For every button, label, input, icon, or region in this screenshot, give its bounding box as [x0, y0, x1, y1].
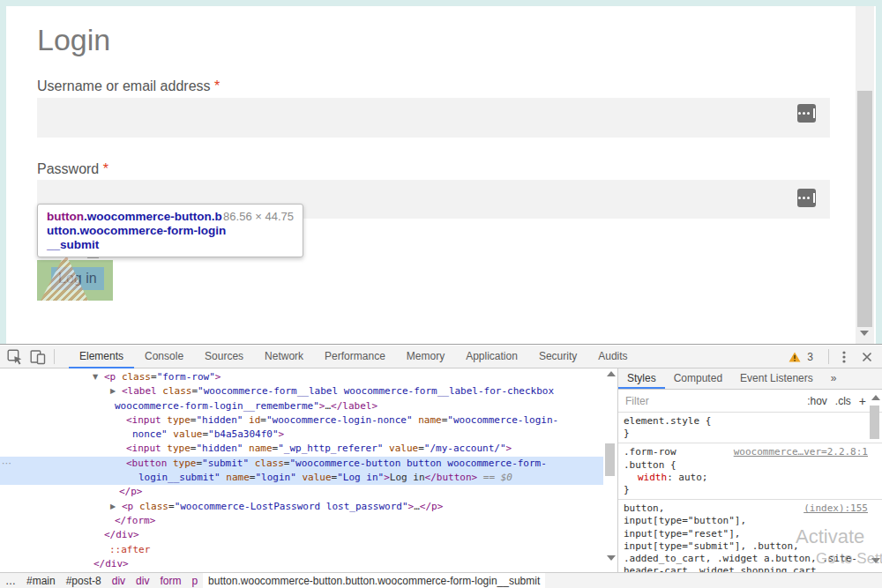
- css-selector-line[interactable]: .button {: [624, 459, 866, 472]
- devtools-tab-bar: ElementsConsoleSourcesNetworkPerformance…: [69, 346, 639, 368]
- css-property[interactable]: width: auto;: [624, 472, 866, 484]
- devtools-tab-network[interactable]: Network: [254, 346, 314, 368]
- code-token: type: [167, 443, 191, 454]
- code-token: "/my-account/": [424, 443, 506, 454]
- page-frame-right: [876, 0, 882, 391]
- devtools-tab-audits[interactable]: Audits: [587, 346, 638, 368]
- code-line[interactable]: nonce" value="b4a5a304f0">: [0, 428, 603, 442]
- expand-arrow-icon[interactable]: ▶: [110, 384, 116, 398]
- code-line[interactable]: </div>: [0, 557, 603, 571]
- code-token: name: [226, 472, 250, 483]
- breadcrumb-item[interactable]: div: [131, 573, 154, 588]
- elements-scroll-down-icon[interactable]: [607, 555, 616, 561]
- code-line[interactable]: woocommerce-form-login__rememberme">…</l…: [0, 399, 603, 413]
- devtools-tab-performance[interactable]: Performance: [314, 346, 396, 368]
- password-manager-autofill-icon[interactable]: [797, 189, 816, 207]
- elements-scroll-up-icon[interactable]: [607, 371, 616, 376]
- breadcrumb-item[interactable]: button.woocommerce-button.button.woocomm…: [203, 573, 545, 588]
- styles-tab-styles[interactable]: Styles: [618, 368, 665, 389]
- page-scroll-down-icon[interactable]: [860, 331, 869, 336]
- code-token: <button: [126, 458, 173, 469]
- stylesheet-source-link[interactable]: woocommerce…ver=2.2.8:1: [734, 446, 868, 458]
- styles-tab-computed[interactable]: Computed: [665, 368, 731, 389]
- code-token: =: [151, 371, 157, 383]
- code-line[interactable]: ▶<p class="woocommerce-LostPassword lost…: [0, 500, 603, 514]
- username-input[interactable]: [37, 98, 830, 138]
- devtools-tab-elements[interactable]: Elements: [69, 346, 134, 368]
- warning-icon[interactable]: [785, 347, 804, 367]
- css-selector-line[interactable]: }: [624, 428, 866, 440]
- code-token: <p: [104, 371, 122, 383]
- device-toolbar-icon[interactable]: [30, 349, 46, 365]
- code-token: "hidden": [196, 414, 243, 426]
- code-line[interactable]: login__submit" name="login" value="Log i…: [0, 471, 603, 485]
- breadcrumb-item[interactable]: p: [186, 573, 203, 588]
- styles-scrollbar-thumb[interactable]: [870, 406, 879, 439]
- devtools-tab-application[interactable]: Application: [455, 346, 528, 368]
- code-token: >: [384, 472, 390, 483]
- password-manager-autofill-icon[interactable]: [797, 104, 816, 123]
- code-token: id: [249, 414, 260, 426]
- devtools-tab-memory[interactable]: Memory: [396, 346, 455, 368]
- breadcrumb-item[interactable]: div: [107, 573, 131, 588]
- kebab-menu-icon[interactable]: [834, 347, 854, 367]
- code-token: <p: [122, 501, 139, 512]
- code-token: </p>: [420, 501, 444, 512]
- css-selector-line[interactable]: element.style {: [624, 415, 866, 428]
- styles-filter-input[interactable]: Filter: [625, 395, 807, 407]
- styles-scroll-up-icon[interactable]: [871, 395, 880, 400]
- elements-scrollbar-thumb[interactable]: [605, 443, 615, 476]
- breadcrumb-item[interactable]: form: [154, 573, 186, 588]
- code-token: "login": [255, 472, 295, 483]
- selector-classes: .woocommerce-button.b: [84, 210, 222, 223]
- code-token: name: [249, 443, 273, 454]
- style-rule[interactable]: woocommerce…ver=2.2.8:1.form-row.button …: [618, 443, 882, 500]
- code-line[interactable]: <button type="submit" class="woocommerce…: [0, 457, 603, 471]
- code-token: "submit": [202, 458, 249, 469]
- code-line[interactable]: </form>: [0, 514, 603, 528]
- code-token: >: [506, 443, 512, 454]
- code-token: "woocommerce-button button woocommerce-f…: [289, 458, 546, 469]
- style-rule[interactable]: element.style {}: [618, 413, 882, 443]
- css-selector-line[interactable]: }: [624, 484, 866, 496]
- code-line[interactable]: </p>: [0, 485, 603, 499]
- activate-watermark-line2: Go to Setti: [816, 550, 882, 568]
- code-line[interactable]: ▶<label class="woocommerce-form__label w…: [0, 384, 603, 398]
- devtools-tab-security[interactable]: Security: [528, 346, 587, 368]
- elements-tree: ▼<p class="form-row">▶<label class="wooc…: [0, 368, 617, 572]
- collapse-arrow-icon[interactable]: ▼: [93, 370, 98, 384]
- stylesheet-source-link[interactable]: (index):155: [804, 502, 868, 515]
- page-scrollbar-thumb[interactable]: [857, 91, 872, 327]
- expand-arrow-icon[interactable]: ▶: [110, 500, 116, 514]
- code-line[interactable]: <input type="hidden" id="woocommerce-log…: [0, 413, 603, 428]
- code-token: login__submit": [138, 472, 226, 483]
- styles-tab-event-listeners[interactable]: Event Listeners: [731, 368, 822, 389]
- breadcrumb-item[interactable]: …: [0, 573, 21, 588]
- hover-state-toggle[interactable]: :hov: [807, 395, 827, 407]
- code-line[interactable]: <input type="hidden" name="_wp_http_refe…: [0, 442, 603, 456]
- close-devtools-icon[interactable]: [857, 347, 877, 367]
- devtools-tab-sources[interactable]: Sources: [194, 346, 254, 368]
- activate-watermark-line1: Activate: [796, 525, 864, 548]
- warning-count[interactable]: 3: [807, 351, 813, 363]
- breadcrumb-item[interactable]: #main: [21, 573, 61, 588]
- code-token: ::after: [109, 544, 150, 555]
- toolbar-right-group: 3: [785, 347, 882, 367]
- devtools-panel: ElementsConsoleSourcesNetworkPerformance…: [0, 344, 882, 588]
- username-label: Username or email address *: [37, 78, 220, 94]
- code-token: >: [279, 428, 285, 440]
- class-toggle[interactable]: .cls: [835, 395, 851, 407]
- code-line[interactable]: ::after: [0, 543, 603, 557]
- new-style-rule-button[interactable]: +: [859, 394, 866, 408]
- code-line[interactable]: </div>: [0, 528, 603, 542]
- styles-tab--[interactable]: »: [822, 368, 846, 389]
- code-token: ==: [477, 472, 501, 483]
- row-actions-icon[interactable]: ⋯: [2, 458, 12, 469]
- code-token: woocommerce-form-login__rememberme": [115, 400, 319, 412]
- code-token: $0: [501, 472, 512, 483]
- inspect-element-icon[interactable]: [7, 349, 23, 365]
- code-line[interactable]: ▼<p class="form-row">: [0, 370, 603, 384]
- code-token: …: [414, 501, 420, 512]
- breadcrumb-item[interactable]: #post-8: [61, 573, 107, 588]
- devtools-tab-console[interactable]: Console: [134, 346, 194, 368]
